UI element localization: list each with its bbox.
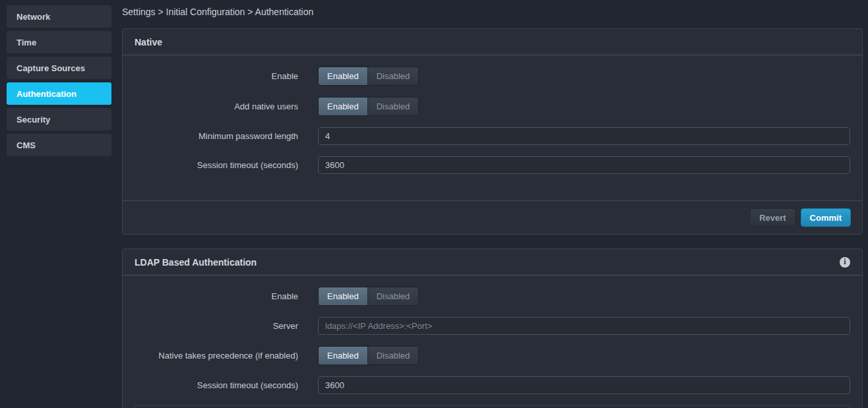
add-native-users-row: Add native users Enabled Disabled (135, 97, 850, 116)
panel-title: LDAP Based Authentication (135, 257, 257, 268)
add-native-users-toggle: Enabled Disabled (318, 97, 419, 116)
panel-title: Native (135, 37, 162, 47)
sidebar-item-label: Time (16, 38, 36, 47)
sidebar: Network Time Capture Sources Authenticat… (0, 0, 111, 408)
native-panel-footer: Revert Commit (123, 200, 862, 234)
ldap-panel: LDAP Based Authentication i Enable Enabl… (122, 248, 863, 408)
sidebar-item-time[interactable]: Time (7, 31, 111, 53)
native-panel-header: Native (123, 29, 862, 55)
disabled-option[interactable]: Disabled (367, 347, 419, 364)
field-label: Session timeout (seconds) (135, 380, 298, 390)
ldap-panel-body: Enable Enabled Disabled Server Native ta… (123, 276, 862, 408)
main-content: Settings > Initial Configuration > Authe… (111, 0, 868, 408)
min-password-length-row: Minimum password length (135, 127, 850, 145)
field-label: Minimum password length (135, 131, 298, 141)
sidebar-item-capture-sources[interactable]: Capture Sources (7, 57, 111, 79)
sidebar-item-label: Security (16, 115, 50, 125)
native-precedence-toggle: Enabled Disabled (318, 346, 419, 365)
ldap-subsection-box (135, 405, 850, 408)
revert-button[interactable]: Revert (750, 208, 795, 227)
disabled-option[interactable]: Disabled (367, 67, 419, 85)
sidebar-item-label: Network (16, 12, 50, 22)
enabled-option[interactable]: Enabled (319, 67, 367, 85)
ldap-session-timeout-row: Session timeout (seconds) (135, 376, 850, 394)
native-session-timeout-input[interactable] (318, 156, 850, 174)
field-label: Server (135, 321, 298, 331)
enabled-option[interactable]: Enabled (319, 98, 367, 115)
info-icon[interactable]: i (840, 257, 850, 268)
native-enable-row: Enable Enabled Disabled (135, 67, 850, 86)
field-label: Add native users (135, 102, 298, 111)
breadcrumb[interactable]: Settings > Initial Configuration > Authe… (122, 7, 863, 18)
commit-button[interactable]: Commit (801, 208, 851, 227)
native-session-timeout-row: Session timeout (seconds) (135, 156, 850, 174)
native-precedence-row: Native takes precedence (if enabled) Ena… (135, 346, 850, 365)
field-label: Enable (135, 71, 298, 81)
ldap-enable-row: Enable Enabled Disabled (135, 287, 850, 306)
enabled-option[interactable]: Enabled (319, 347, 367, 364)
sidebar-item-network[interactable]: Network (7, 5, 111, 28)
field-label: Session timeout (seconds) (135, 160, 298, 170)
min-password-length-input[interactable] (318, 127, 850, 145)
ldap-server-input[interactable] (318, 317, 850, 335)
sidebar-item-label: CMS (16, 140, 36, 150)
native-panel-body: Enable Enabled Disabled Add native users… (123, 55, 862, 200)
native-enable-toggle: Enabled Disabled (318, 67, 419, 86)
sidebar-item-security[interactable]: Security (7, 108, 111, 131)
field-label: Enable (135, 291, 298, 301)
native-panel: Native Enable Enabled Disabled Add nativ… (122, 28, 863, 235)
sidebar-item-authentication[interactable]: Authentication (7, 82, 111, 105)
disabled-option[interactable]: Disabled (367, 287, 419, 305)
sidebar-item-cms[interactable]: CMS (7, 134, 111, 156)
sidebar-item-label: Capture Sources (16, 63, 85, 73)
ldap-server-row: Server (135, 317, 850, 335)
enabled-option[interactable]: Enabled (319, 287, 367, 305)
field-label: Native takes precedence (if enabled) (135, 351, 298, 361)
ldap-panel-header: LDAP Based Authentication i (123, 249, 862, 276)
ldap-enable-toggle: Enabled Disabled (318, 287, 419, 306)
sidebar-item-label: Authentication (16, 89, 77, 99)
ldap-session-timeout-input[interactable] (318, 376, 850, 394)
disabled-option[interactable]: Disabled (367, 98, 419, 115)
